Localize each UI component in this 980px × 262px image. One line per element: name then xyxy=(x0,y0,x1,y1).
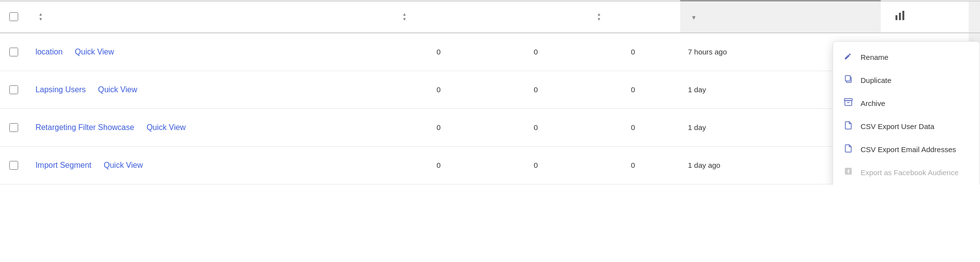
segment-name-link[interactable]: Import Segment xyxy=(35,161,91,169)
dropdown-item-csv-email[interactable]: CSV Export Email Addresses xyxy=(833,138,980,161)
row-checkbox-cell xyxy=(0,71,28,108)
row-checkbox[interactable] xyxy=(9,48,18,56)
chart-icon xyxy=(894,13,905,23)
dropdown-item-label: CSV Export Email Addresses xyxy=(861,145,956,154)
segment-name-link[interactable]: location xyxy=(35,48,62,56)
actions-header xyxy=(919,1,969,33)
campaigns-cell: 0 xyxy=(486,108,586,146)
quick-view-link[interactable]: Quick View xyxy=(104,161,143,169)
row-checkbox[interactable] xyxy=(9,161,18,170)
segments-table-container: ▲ ▼ ▲ ▼ ▲ xyxy=(0,0,980,184)
dropdown-item-label: Export as Facebook Audience xyxy=(861,168,958,177)
svg-rect-2 xyxy=(902,11,904,20)
segment-name-header[interactable]: ▲ ▼ xyxy=(28,1,391,33)
filters-cell: 0 xyxy=(392,33,486,71)
select-all-checkbox[interactable] xyxy=(9,12,18,21)
last-edited-sort-icon: ▼ xyxy=(691,14,697,21)
svg-rect-4 xyxy=(845,76,850,81)
cards-cell: 0 xyxy=(586,71,680,108)
scrollbar-header xyxy=(969,1,980,33)
segment-name-cell: location Quick View xyxy=(28,33,391,71)
filters-header[interactable]: ▲ ▼ xyxy=(392,1,486,33)
campaigns-header xyxy=(486,1,586,33)
quick-view-link[interactable]: Quick View xyxy=(98,85,137,94)
cards-sort-icon: ▲ ▼ xyxy=(597,12,601,22)
chart-header xyxy=(881,1,919,33)
campaigns-cell: 0 xyxy=(486,146,586,184)
rename-icon xyxy=(843,52,854,63)
csv-icon xyxy=(843,144,854,155)
campaigns-cell: 0 xyxy=(486,33,586,71)
dropdown-item-label: Rename xyxy=(861,53,889,61)
cards-header[interactable]: ▲ ▼ xyxy=(586,1,680,33)
archive-icon xyxy=(843,98,854,109)
row-checkbox[interactable] xyxy=(9,123,18,132)
segment-name-link[interactable]: Retargeting Filter Showcase xyxy=(35,123,134,131)
segment-name-cell: Lapsing Users Quick View xyxy=(28,71,391,108)
campaigns-cell: 0 xyxy=(486,71,586,108)
filters-cell: 0 xyxy=(392,146,486,184)
dropdown-item-archive[interactable]: Archive xyxy=(833,92,980,115)
dropdown-item-label: CSV Export User Data xyxy=(861,122,934,131)
row-checkbox[interactable] xyxy=(9,85,18,94)
duplicate-icon xyxy=(843,75,854,86)
context-dropdown-menu: Rename Duplicate Archive CSV Export User… xyxy=(833,41,980,184)
row-checkbox-cell xyxy=(0,146,28,184)
row-checkbox-cell xyxy=(0,108,28,146)
filters-sort-icon: ▲ ▼ xyxy=(403,12,407,22)
cards-cell: 0 xyxy=(586,33,680,71)
cards-cell: 0 xyxy=(586,146,680,184)
dropdown-item-duplicate[interactable]: Duplicate xyxy=(833,69,980,92)
svg-rect-0 xyxy=(895,15,897,20)
quick-view-link[interactable]: Quick View xyxy=(75,48,114,56)
dropdown-item-csv-user[interactable]: CSV Export User Data xyxy=(833,115,980,138)
cards-cell: 0 xyxy=(586,108,680,146)
segment-name-sort-icon: ▲ ▼ xyxy=(38,12,43,22)
quick-view-link[interactable]: Quick View xyxy=(146,123,186,131)
filters-cell: 0 xyxy=(392,108,486,146)
filters-cell: 0 xyxy=(392,71,486,108)
dropdown-item-label: Archive xyxy=(861,99,885,107)
csv-icon xyxy=(843,121,854,132)
fb-icon xyxy=(843,167,854,178)
select-all-header xyxy=(0,1,28,33)
dropdown-item-fb-audience: Export as Facebook Audience xyxy=(833,161,980,184)
segment-name-link[interactable]: Lapsing Users xyxy=(35,85,86,94)
dropdown-item-label: Duplicate xyxy=(861,76,892,84)
svg-rect-1 xyxy=(899,13,901,20)
segment-name-cell: Import Segment Quick View xyxy=(28,146,391,184)
dropdown-item-rename[interactable]: Rename xyxy=(833,46,980,69)
segment-name-cell: Retargeting Filter Showcase Quick View xyxy=(28,108,391,146)
row-checkbox-cell xyxy=(0,33,28,71)
last-edited-header[interactable]: ▼ xyxy=(680,1,881,33)
